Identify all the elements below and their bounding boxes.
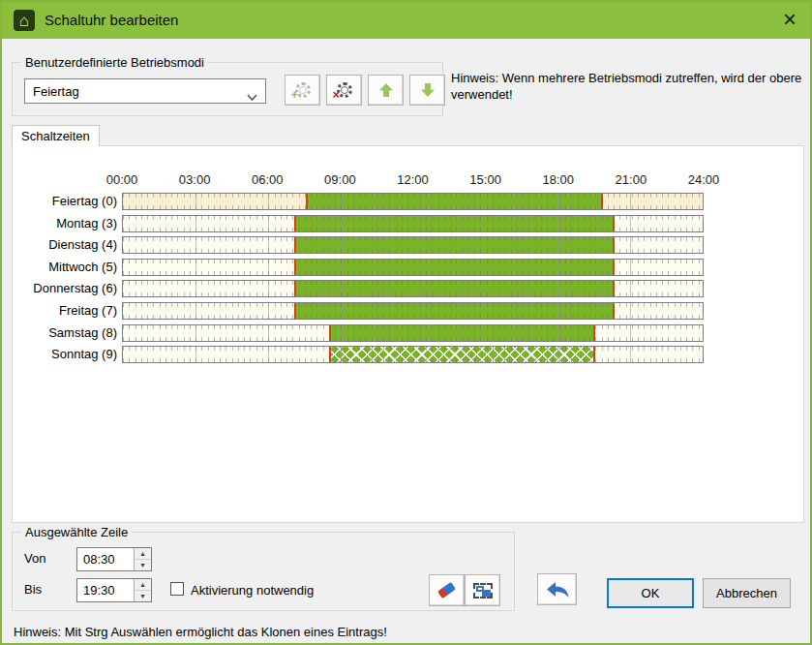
axis-tick-label: 24:00: [688, 173, 720, 187]
minor-ticks: [123, 249, 703, 253]
ausgewaehlte-zeile-label: Ausgewählte Zeile: [21, 525, 132, 539]
eraser-icon: [437, 582, 456, 599]
row-track-dienstag[interactable]: [122, 236, 704, 254]
chevron-down-icon: [247, 89, 257, 104]
marquee-selection-icon: [473, 583, 493, 599]
row-label-dienstag: Dienstag (4): [13, 236, 117, 254]
schedule-row-donnerstag: Donnerstag (6): [13, 280, 803, 298]
axis-tick-label: 09:00: [324, 173, 356, 187]
move-mode-up-button[interactable]: [368, 75, 404, 106]
row-label-samstag: Samstag (8): [13, 324, 117, 342]
bis-time-input[interactable]: 19:30 ▲ ▼: [76, 578, 152, 602]
close-icon[interactable]: ×: [783, 2, 797, 37]
plus-badge-icon: +: [291, 87, 299, 102]
time-axis: 00:0003:0006:0009:0012:0015:0018:0021:00…: [122, 173, 704, 187]
row-track-mittwoch[interactable]: [122, 259, 704, 276]
row-track-samstag[interactable]: [122, 324, 704, 342]
schedule-row-mittwoch: Mittwoch (5): [13, 259, 803, 277]
remove-mode-gear-clock-icon: ×: [337, 82, 352, 98]
betriebsmodi-hint: Hinweis: Wenn mehrere Betriebsmodi zutre…: [451, 70, 803, 103]
minor-ticks: [123, 303, 703, 307]
betriebsmodus-selected-value: Feiertag: [33, 84, 79, 99]
schedule-rows: Feiertag (0)Montag (3)Dienstag (4)Mittwo…: [13, 191, 803, 375]
axis-tick-label: 21:00: [616, 173, 647, 187]
minor-ticks: [123, 292, 703, 296]
minor-ticks: [123, 281, 703, 285]
bis-spin-down-button[interactable]: ▼: [135, 591, 151, 601]
row-track-montag[interactable]: [122, 215, 704, 232]
minor-ticks: [123, 347, 703, 351]
axis-tick-label: 12:00: [397, 173, 429, 187]
minor-ticks: [123, 315, 703, 319]
minor-ticks: [123, 237, 703, 241]
arrow-up-icon: [377, 81, 395, 99]
betriebsmodus-select[interactable]: Feiertag: [24, 78, 266, 104]
add-mode-gear-clock-icon: +: [295, 82, 311, 98]
schaltzeiten-panel: 00:0003:0006:0009:0012:0015:0018:0021:00…: [12, 145, 804, 523]
schedule-row-samstag: Samstag (8): [13, 324, 803, 343]
cancel-button[interactable]: Abbrechen: [703, 578, 791, 608]
von-spin-up-button[interactable]: ▲: [135, 548, 151, 560]
schedule-row-freitag: Freitag (7): [13, 302, 803, 321]
bis-value: 19:30: [77, 579, 134, 601]
row-label-feiertag: Feiertag (0): [13, 193, 117, 210]
erase-entry-button[interactable]: [429, 574, 465, 606]
minor-ticks: [123, 228, 703, 231]
von-spin-down-button[interactable]: ▼: [135, 560, 151, 570]
row-track-feiertag[interactable]: [122, 193, 704, 210]
schedule-row-montag: Montag (3): [13, 215, 803, 233]
schaltuhr-dialog: ⌂ Schaltuhr bearbeiten × Benutzerdefinie…: [0, 0, 812, 645]
back-arrow-icon: [545, 580, 570, 599]
house-glyph: ⌂: [19, 13, 29, 29]
bis-label: Bis: [24, 582, 42, 597]
axis-tick-label: 06:00: [252, 173, 284, 187]
row-track-freitag[interactable]: [122, 302, 704, 320]
row-label-mittwoch: Mittwoch (5): [13, 259, 117, 276]
von-label: Von: [24, 551, 45, 566]
minor-ticks: [123, 325, 703, 329]
tab-schaltzeiten[interactable]: Schaltzeiten: [12, 125, 100, 146]
aktivierung-checkbox[interactable]: [170, 582, 184, 596]
minor-ticks: [123, 358, 703, 362]
window-title: Schaltuhr bearbeiten: [45, 2, 178, 39]
add-betriebsmodus-button[interactable]: +: [285, 75, 320, 106]
minor-ticks: [123, 205, 703, 209]
von-time-input[interactable]: 08:30 ▲ ▼: [76, 547, 152, 571]
row-track-donnerstag[interactable]: [122, 280, 704, 297]
axis-tick-label: 18:00: [542, 173, 574, 187]
app-house-icon: ⌂: [14, 10, 35, 31]
ausgewaehlte-zeile-group: Ausgewählte Zeile Von 08:30 ▲ ▼ Bis 19:3…: [12, 532, 515, 611]
x-badge-icon: ×: [333, 87, 341, 102]
von-value: 08:30: [77, 548, 134, 570]
axis-tick-label: 00:00: [106, 173, 138, 187]
row-label-sonntag: Sonntag (9): [13, 346, 117, 363]
minor-ticks: [123, 271, 703, 275]
schedule-row-sonntag: Sonntag (9): [13, 346, 803, 364]
row-track-sonntag[interactable]: [122, 346, 704, 363]
arrow-down-icon: [419, 81, 436, 99]
minor-ticks: [123, 194, 703, 198]
minor-ticks: [123, 216, 703, 220]
remove-betriebsmodus-button[interactable]: ×: [326, 75, 362, 106]
row-label-montag: Montag (3): [13, 215, 117, 232]
axis-tick-label: 03:00: [179, 173, 211, 187]
axis-tick-label: 15:00: [469, 173, 501, 187]
ok-button[interactable]: OK: [607, 578, 694, 608]
row-label-donnerstag: Donnerstag (6): [13, 280, 117, 297]
schedule-row-dienstag: Dienstag (4): [13, 236, 803, 255]
footer-hint: Hinweis: Mit Strg Auswählen ermöglicht d…: [14, 625, 387, 639]
move-mode-down-button[interactable]: [409, 75, 445, 106]
undo-button[interactable]: [537, 573, 577, 605]
betriebsmodi-group: Benutzerdefinierte Betriebsmodi Feiertag…: [12, 62, 443, 116]
selection-mode-button[interactable]: [465, 574, 500, 606]
bis-spin-up-button[interactable]: ▲: [135, 579, 151, 591]
aktivierung-checkbox-label: Aktivierung notwendig: [191, 583, 314, 598]
minor-ticks: [123, 260, 703, 263]
titlebar: ⌂ Schaltuhr bearbeiten ×: [2, 2, 810, 39]
schedule-row-feiertag: Feiertag (0): [13, 193, 803, 211]
row-label-freitag: Freitag (7): [13, 302, 117, 320]
minor-ticks: [123, 337, 703, 341]
betriebsmodi-group-label: Benutzerdefinierte Betriebsmodi: [21, 55, 208, 70]
